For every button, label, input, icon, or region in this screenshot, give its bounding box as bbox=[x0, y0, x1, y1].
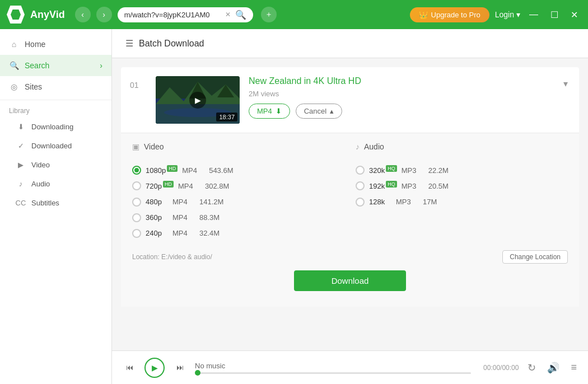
logo-inner bbox=[11, 10, 21, 20]
radio-1080p[interactable] bbox=[132, 166, 141, 175]
format-footer: Location: E:/video & audio/ Change Locat… bbox=[132, 250, 568, 264]
sidebar-item-audio[interactable]: ♪ Audio bbox=[0, 174, 111, 193]
quality-320k: 320kHQ bbox=[369, 166, 397, 175]
format-row-1080p: 1080pHD MP4 543.6M bbox=[132, 162, 344, 178]
search-icon: 🔍 bbox=[9, 60, 19, 71]
radio-320k[interactable] bbox=[356, 166, 365, 175]
downloaded-label: Downloaded bbox=[31, 142, 72, 150]
sidebar-item-home[interactable]: ⌂ Home bbox=[0, 34, 111, 55]
radio-720p[interactable] bbox=[132, 181, 141, 190]
hd-badge: HD bbox=[167, 165, 178, 172]
batch-title: Batch Download bbox=[139, 39, 204, 49]
content-area: ☰ Batch Download 01 bbox=[112, 29, 588, 384]
prev-button[interactable]: ⏮ bbox=[121, 359, 138, 376]
app-name: AnyVid bbox=[30, 9, 65, 21]
size-128k: 17M bbox=[423, 198, 437, 206]
video-info: New Zealand in 4K Ultra HD 2M views MP4 … bbox=[249, 76, 552, 119]
player-bar: ⏮ ▶ ⏭ No music 00:00/00:00 ↻ 🔊 ≡ bbox=[112, 350, 588, 384]
play-pause-button[interactable]: ▶ bbox=[144, 358, 165, 378]
subtitles-label: Subtitles bbox=[31, 199, 59, 207]
size-192k: 20.5M bbox=[428, 182, 449, 190]
sidebar-item-search[interactable]: 🔍 Search › bbox=[0, 55, 111, 76]
crown-icon: 👑 bbox=[419, 11, 428, 19]
format-mp3-320: MP3 bbox=[402, 166, 424, 175]
format-panel: ▣ Video 1080pHD MP4 543.6M bbox=[121, 133, 579, 307]
mp4-label: MP4 bbox=[257, 107, 272, 115]
video-header: 01 bbox=[121, 67, 579, 133]
cancel-label: Cancel bbox=[304, 107, 326, 115]
forward-button[interactable]: › bbox=[96, 7, 112, 22]
location-text: Location: E:/video & audio/ bbox=[132, 253, 212, 261]
size-240: 32.4M bbox=[199, 229, 220, 237]
radio-192k[interactable] bbox=[356, 181, 365, 190]
expand-button[interactable]: ▾ bbox=[561, 76, 570, 91]
maximize-button[interactable]: ☐ bbox=[547, 10, 562, 20]
change-location-button[interactable]: Change Location bbox=[502, 250, 568, 264]
audio-format-column: ♪ Audio 320kHQ MP3 22.2M 1 bbox=[356, 142, 568, 241]
video-col-header: ▣ Video bbox=[132, 142, 344, 156]
sidebar-item-subtitles[interactable]: CC Subtitles bbox=[0, 193, 111, 212]
main-layout: ⌂ Home 🔍 Search › ◎ Sites Library ⬇ Down… bbox=[0, 29, 588, 384]
home-icon: ⌂ bbox=[9, 39, 19, 49]
library-header: Library bbox=[0, 102, 111, 117]
minimize-button[interactable]: — bbox=[526, 10, 542, 20]
hd-badge-720: HD bbox=[163, 181, 174, 188]
format-row-240p: 240p MP4 32.4M bbox=[132, 226, 344, 241]
video-label: Video bbox=[31, 161, 50, 169]
audio-icon: ♪ bbox=[16, 179, 26, 189]
sidebar: ⌂ Home 🔍 Search › ◎ Sites Library ⬇ Down… bbox=[0, 29, 112, 384]
quality-128k: 128k bbox=[369, 198, 391, 206]
sidebar-item-sites[interactable]: ◎ Sites bbox=[0, 76, 111, 97]
upgrade-button[interactable]: 👑 Upgrade to Pro bbox=[410, 7, 489, 22]
sites-label: Sites bbox=[25, 82, 42, 91]
url-close-icon[interactable]: ✕ bbox=[225, 11, 231, 18]
size-720: 302.8M bbox=[205, 182, 229, 190]
video-title: New Zealand in 4K Ultra HD bbox=[249, 76, 552, 86]
progress-dot bbox=[195, 370, 200, 376]
radio-480p[interactable] bbox=[132, 198, 141, 207]
download-icon: ⬇ bbox=[276, 107, 282, 115]
url-search-icon[interactable]: 🔍 bbox=[235, 10, 246, 20]
play-button[interactable]: ▶ bbox=[189, 92, 206, 109]
player-progress[interactable] bbox=[195, 372, 471, 374]
format-row-720p: 720pHD MP4 302.8M bbox=[132, 178, 344, 194]
item-number: 01 bbox=[130, 81, 147, 90]
playlist-button[interactable]: ≡ bbox=[568, 359, 579, 376]
format-row-192k: 192kHQ MP3 20.5M bbox=[356, 178, 568, 194]
download-button[interactable]: Download bbox=[294, 270, 406, 291]
app-logo bbox=[7, 6, 25, 24]
home-label: Home bbox=[25, 40, 45, 49]
repeat-button[interactable]: ↻ bbox=[525, 359, 538, 376]
back-button[interactable]: ‹ bbox=[75, 7, 91, 22]
downloading-icon: ⬇ bbox=[16, 121, 26, 132]
next-button[interactable]: ⏭ bbox=[171, 359, 188, 376]
sidebar-item-downloaded[interactable]: ✓ Downloaded bbox=[0, 136, 111, 155]
cancel-button[interactable]: Cancel ▴ bbox=[296, 104, 342, 119]
batch-download-header: ☰ Batch Download bbox=[112, 29, 588, 58]
chevron-up-icon: ▴ bbox=[330, 107, 334, 115]
video-item: 01 bbox=[121, 67, 579, 307]
volume-button[interactable]: 🔊 bbox=[545, 359, 562, 376]
format-mp3-128: MP3 bbox=[396, 198, 418, 206]
player-title: No music bbox=[195, 362, 471, 370]
video-actions: MP4 ⬇ Cancel ▴ bbox=[249, 104, 552, 119]
radio-128k[interactable] bbox=[356, 198, 365, 207]
video-views: 2M views bbox=[249, 90, 552, 98]
video-col-label: Video bbox=[144, 142, 164, 151]
radio-240p[interactable] bbox=[132, 229, 141, 238]
format-columns: ▣ Video 1080pHD MP4 543.6M bbox=[132, 142, 568, 241]
sidebar-item-video[interactable]: ▶ Video bbox=[0, 155, 111, 174]
subtitles-icon: CC bbox=[16, 198, 26, 208]
radio-360p[interactable] bbox=[132, 213, 141, 222]
upgrade-label: Upgrade to Pro bbox=[431, 11, 480, 19]
close-button[interactable]: ✕ bbox=[567, 10, 581, 20]
sites-icon: ◎ bbox=[9, 82, 19, 92]
sidebar-item-downloading[interactable]: ⬇ Downloading bbox=[0, 117, 111, 136]
format-row-360p: 360p MP4 88.3M bbox=[132, 210, 344, 226]
login-button[interactable]: Login ▾ bbox=[495, 10, 520, 19]
content-scroll: 01 bbox=[112, 58, 588, 350]
sidebar-divider bbox=[0, 100, 111, 100]
add-tab-button[interactable]: ＋ bbox=[261, 7, 277, 22]
format-mp4-1080: MP4 bbox=[182, 166, 204, 175]
format-select-button[interactable]: MP4 ⬇ bbox=[249, 104, 290, 119]
